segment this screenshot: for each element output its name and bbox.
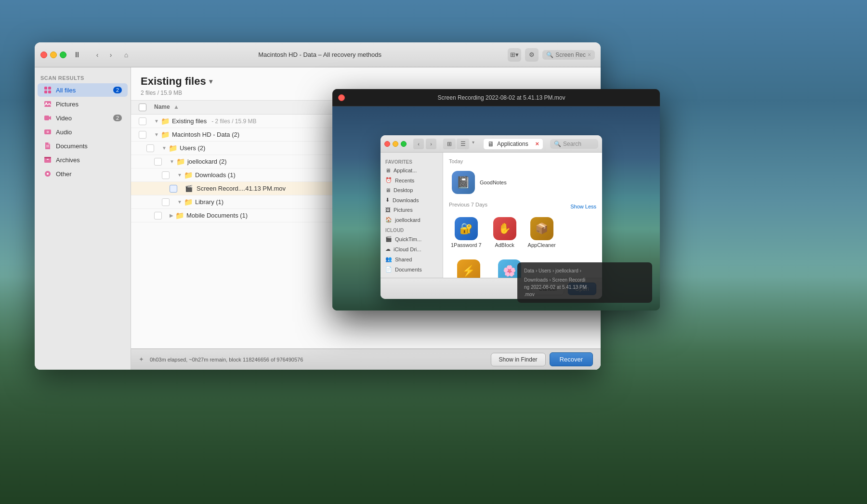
preview-title: Screen Recording 2022-08-02 at 5.41.13 P…	[349, 94, 654, 101]
chevron-icon[interactable]: ▼	[154, 118, 159, 124]
minimize-button[interactable]	[50, 52, 57, 58]
appcleaner-label: AppCleaner	[528, 242, 556, 248]
goodnotes-item[interactable]: 📓 GoodNotes	[449, 168, 596, 197]
search-clear-icon[interactable]: ×	[588, 52, 591, 58]
dialog-sidebar-downloads[interactable]: ⬇ Downloads	[381, 195, 443, 205]
favorites-section-label: Favorites	[381, 156, 443, 166]
dialog-main-area: Today 📓 GoodNotes Previous 7 Days Show L…	[443, 153, 602, 278]
1password-item[interactable]: 🔐 1Password 7	[449, 215, 484, 250]
folder-icon: 📁	[161, 117, 170, 126]
sidebar-item-pictures[interactable]: Pictures	[38, 97, 128, 111]
recover-button[interactable]: Recover	[550, 352, 593, 366]
row-name: Library (1)	[195, 198, 223, 206]
folder-icon: 📁	[176, 157, 185, 166]
downloads-icon: ⬇	[385, 197, 390, 203]
1password-label: 1Password 7	[451, 242, 482, 248]
row-name: Screen Record....41.13 PM.mov	[197, 185, 286, 192]
preview-close-button[interactable]	[338, 94, 345, 101]
goodnotes-label: GoodNotes	[480, 180, 507, 185]
user-icon: 🏠	[385, 217, 392, 223]
chevron-icon[interactable]: ▼	[177, 199, 182, 205]
dialog-sidebar-desktop[interactable]: 🖥 Desktop	[381, 185, 443, 195]
close-button[interactable]	[40, 52, 47, 58]
dialog-view-dropdown[interactable]: ▾	[470, 139, 476, 149]
file-type-icon: 🎬	[185, 185, 193, 192]
search-text: Screen Rec	[555, 52, 586, 58]
row-checkbox[interactable]	[170, 185, 185, 193]
dialog-sidebar-applications[interactable]: 🖥 Applicat...	[381, 166, 443, 175]
row-checkbox[interactable]	[146, 144, 162, 152]
home-button[interactable]: ⌂	[120, 49, 132, 61]
dialog-close-btn[interactable]	[384, 141, 390, 147]
show-less-btn[interactable]: Show Less	[570, 204, 596, 209]
dialog-search[interactable]: 🔍 Search	[550, 139, 598, 149]
adblock-label: AdBlock	[495, 242, 514, 248]
dialog-list-view-btn[interactable]: ☰	[457, 139, 469, 149]
dialog-sidebar-pictures[interactable]: 🖼 Pictures	[381, 205, 443, 215]
audio-icon	[43, 128, 52, 136]
sidebar-item-archives[interactable]: Archives	[38, 153, 128, 167]
dialog-sidebar-quicktime[interactable]: 🎬 QuickTim...	[381, 234, 443, 244]
dialog-back-btn[interactable]: ‹	[413, 139, 424, 149]
search-bar[interactable]: 🔍 Screen Rec ×	[542, 50, 595, 60]
dialog-maximize-btn[interactable]	[401, 141, 407, 147]
svg-rect-0	[44, 87, 47, 90]
sidebar-user-label: joellockard	[395, 217, 420, 223]
row-checkbox[interactable]	[154, 158, 170, 166]
row-checkbox[interactable]	[162, 171, 177, 179]
checkbox-header[interactable]	[139, 103, 154, 111]
dialog-sidebar-recents[interactable]: ⏰ Recents	[381, 175, 443, 185]
coconutbattery-item[interactable]: ⚡ coconutBattery	[449, 258, 488, 278]
pause-button[interactable]: ⏸	[70, 48, 84, 62]
row-checkbox[interactable]	[139, 117, 154, 125]
adblock-item[interactable]: ✋ AdBlock	[491, 215, 518, 250]
svg-point-9	[47, 131, 48, 132]
maximize-button[interactable]	[60, 52, 66, 58]
traffic-lights	[40, 52, 66, 58]
content-title: Existing files ▾	[141, 75, 591, 88]
goodnotes-icon: 📓	[452, 171, 475, 194]
chevron-right-icon[interactable]: ▶	[170, 213, 173, 218]
row-name: Downloads (1)	[195, 171, 236, 179]
show-in-finder-button[interactable]: Show in Finder	[491, 353, 546, 366]
sidebar-item-audio[interactable]: Audio	[38, 125, 128, 139]
chevron-icon[interactable]: ▼	[177, 172, 182, 178]
filter-button[interactable]: ⚙	[525, 48, 539, 62]
forward-button[interactable]: ›	[105, 49, 117, 61]
dialog-forward-btn[interactable]: ›	[426, 139, 436, 149]
location-clear[interactable]: ×	[535, 140, 539, 147]
sidebar-item-all-files[interactable]: All files 2	[38, 83, 128, 97]
row-checkbox[interactable]	[139, 131, 154, 139]
dialog-sidebar-shared[interactable]: 👥 Shared	[381, 254, 443, 264]
video-label: Video	[56, 115, 72, 122]
dialog-icon-view-btn[interactable]: ⊞	[443, 139, 456, 149]
dialog-minimize-btn[interactable]	[393, 141, 398, 147]
dialog-sidebar-documents[interactable]: 📄 Documents	[381, 264, 443, 274]
dialog-search-placeholder: Search	[563, 141, 581, 147]
row-checkbox[interactable]	[154, 212, 170, 220]
sidebar-item-other[interactable]: Other	[38, 167, 128, 181]
chevron-icon[interactable]: ▼	[154, 132, 159, 137]
adblock-icon: ✋	[493, 217, 516, 240]
dialog-sidebar-icloud-drive[interactable]: ☁ iCloud Dri...	[381, 244, 443, 254]
title-dropdown-icon[interactable]: ▾	[209, 78, 212, 85]
sidebar-icloud-label: iCloud Dri...	[394, 246, 421, 252]
appcleaner-item[interactable]: 📦 AppCleaner	[526, 215, 558, 250]
back-button[interactable]: ‹	[92, 49, 103, 61]
sidebar-item-documents[interactable]: Documents	[38, 139, 128, 153]
sort-icon: ▲	[173, 103, 179, 110]
location-icon: 🖥	[487, 140, 494, 148]
dialog-sidebar-user[interactable]: 🏠 joellockard	[381, 215, 443, 225]
row-checkbox[interactable]	[162, 198, 177, 206]
folder-icon: 📁	[184, 198, 193, 207]
dialog-sidebar: Favorites 🖥 Applicat... ⏰ Recents 🖥 Desk…	[381, 153, 443, 278]
docs-icon: 📄	[385, 266, 392, 272]
svg-point-16	[47, 173, 49, 175]
chevron-icon[interactable]: ▼	[170, 159, 174, 164]
view-options-button[interactable]: ⊞▾	[508, 48, 521, 62]
chevron-icon[interactable]: ▼	[162, 145, 167, 151]
sidebar-item-video[interactable]: Video 2	[38, 111, 128, 125]
dialog-location[interactable]: 🖥 Applications ×	[483, 138, 543, 150]
video-icon	[43, 114, 52, 122]
dialog-body: Favorites 🖥 Applicat... ⏰ Recents 🖥 Desk…	[381, 153, 602, 278]
